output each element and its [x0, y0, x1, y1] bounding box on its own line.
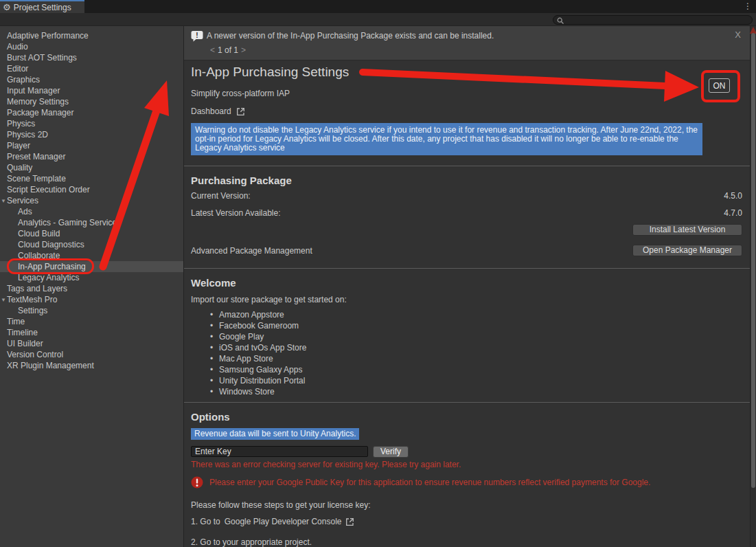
sidebar-item-audio[interactable]: Audio — [0, 41, 183, 52]
sidebar-item-physics-2d[interactable]: Physics 2D — [0, 129, 183, 140]
vertical-scrollbar[interactable] — [750, 26, 756, 547]
bullet-icon: • — [210, 353, 219, 364]
sidebar-item-cloud-build[interactable]: Cloud Build — [0, 228, 183, 239]
page-title: In-App Purchasing Settings — [191, 65, 742, 80]
sidebar-item-in-app-purchasing[interactable]: In-App Purchasing — [0, 261, 183, 272]
sidebar-item-label: Timeline — [7, 328, 38, 337]
sidebar-item-preset-manager[interactable]: Preset Manager — [0, 151, 183, 162]
sidebar-item-label: Time — [7, 317, 25, 326]
sidebar-item-timeline[interactable]: Timeline — [0, 327, 183, 338]
sidebar-item-settings[interactable]: Settings — [0, 305, 183, 316]
sidebar-item-label: Services — [7, 196, 38, 205]
sidebar-item-ui-builder[interactable]: UI Builder — [0, 338, 183, 349]
sidebar-item-label: Physics 2D — [7, 130, 48, 139]
dashboard-label: Dashboard — [191, 107, 231, 116]
sidebar-item-player[interactable]: Player — [0, 140, 183, 151]
sidebar-item-xr-plugin-management[interactable]: XR Plugin Management — [0, 360, 183, 371]
notification-message: A newer version of the In-App Purchasing… — [207, 31, 494, 41]
store-name: Mac App Store — [219, 354, 273, 364]
sidebar-item-label: Memory Settings — [7, 97, 69, 107]
unity-project-settings-window: { "colors": { "annotation_red": "#ea2117… — [0, 0, 756, 547]
store-name: Amazon Appstore — [219, 310, 284, 320]
kebab-menu-icon[interactable]: ⋮ — [744, 1, 752, 12]
notification-pager: <1 of 1> — [207, 45, 249, 55]
pager-prev-icon[interactable]: < — [207, 45, 218, 55]
sidebar-item-label: Graphics — [7, 75, 40, 85]
sidebar-item-label: Analytics - Gaming Services — [18, 218, 121, 227]
legacy-analytics-warning: Warning do not disable the Legacy Analyt… — [191, 123, 702, 155]
latest-version-label: Latest Version Available: — [191, 208, 281, 218]
welcome-intro: Import our store package to get started … — [191, 295, 742, 304]
sidebar-item-scene-template[interactable]: Scene Template — [0, 173, 183, 184]
current-version-label: Current Version: — [191, 191, 251, 201]
settings-content: In-App Purchasing Settings Simplify cros… — [184, 60, 751, 547]
scrollbar-thumb[interactable] — [751, 33, 755, 488]
sidebar-item-editor[interactable]: Editor — [0, 63, 183, 74]
search-input[interactable] — [566, 16, 748, 24]
store-name: Unity Distribution Portal — [219, 376, 305, 386]
step-1-prefix: 1. Go to — [191, 517, 220, 526]
settings-sidebar: Adaptive PerformanceAudioBurst AOT Setti… — [0, 26, 183, 547]
welcome-section: Welcome Import our store package to get … — [184, 268, 751, 402]
sidebar-item-label: Quality — [7, 163, 32, 172]
tab-project-settings[interactable]: ⚙ Project Settings — [0, 0, 84, 13]
sidebar-item-label: Settings — [18, 306, 47, 315]
sidebar-item-collaborate[interactable]: Collaborate — [0, 250, 183, 261]
sidebar-item-label: Audio — [7, 42, 28, 52]
sidebar-item-legacy-analytics[interactable]: Legacy Analytics — [0, 272, 183, 283]
step-2: 2. Go to your appropriate project. — [191, 537, 742, 547]
purchasing-package-header: Purchasing Package — [191, 166, 742, 186]
sidebar-item-label: Version Control — [7, 350, 63, 359]
bullet-icon: • — [210, 364, 219, 375]
store-list-item-unity-distribution-portal: •Unity Distribution Portal — [210, 375, 742, 386]
iap-toggle-on-button[interactable]: ON — [709, 78, 730, 93]
verify-button[interactable]: Verify — [373, 446, 409, 458]
sidebar-item-textmesh-pro[interactable]: ▼TextMesh Pro — [0, 294, 183, 305]
sidebar-item-cloud-diagnostics[interactable]: Cloud Diagnostics — [0, 239, 183, 250]
google-key-input[interactable] — [191, 446, 368, 457]
search-field[interactable] — [553, 15, 753, 25]
sidebar-item-tags-and-layers[interactable]: Tags and Layers — [0, 283, 183, 294]
sidebar-item-input-manager[interactable]: Input Manager — [0, 85, 183, 96]
sidebar-item-memory-settings[interactable]: Memory Settings — [0, 96, 183, 107]
sidebar-item-time[interactable]: Time — [0, 316, 183, 327]
google-play-console-link[interactable]: Google Play Developer Console — [225, 517, 342, 526]
install-latest-version-button[interactable]: Install Latest Version — [632, 224, 742, 236]
sidebar-item-ads[interactable]: Ads — [0, 206, 183, 217]
sidebar-item-label: Ads — [18, 207, 32, 216]
store-list-item-mac-app-store: •Mac App Store — [210, 353, 742, 364]
sidebar-item-script-execution-order[interactable]: Script Execution Order — [0, 184, 183, 195]
sidebar-item-label: In-App Purchasing — [18, 262, 86, 271]
sidebar-item-label: Physics — [7, 119, 35, 129]
sidebar-item-analytics-gaming-services[interactable]: Analytics - Gaming Services — [0, 217, 183, 228]
store-list-item-amazon-appstore: •Amazon Appstore — [210, 309, 742, 320]
welcome-header: Welcome — [191, 269, 742, 289]
sidebar-item-physics[interactable]: Physics — [0, 118, 183, 129]
store-list-item-google-play: •Google Play — [210, 331, 742, 342]
sidebar-item-services[interactable]: ▼Services — [0, 195, 183, 206]
dashboard-link[interactable]: Dashboard — [191, 106, 742, 117]
sidebar-item-burst-aot-settings[interactable]: Burst AOT Settings — [0, 52, 183, 63]
sidebar-item-label: Collaborate — [18, 251, 60, 260]
sidebar-item-package-manager[interactable]: Package Manager — [0, 107, 183, 118]
settings-toolbar — [0, 13, 756, 26]
sidebar-item-quality[interactable]: Quality — [0, 162, 183, 173]
store-list: •Amazon Appstore•Facebook Gameroom•Googl… — [191, 309, 742, 397]
open-package-manager-button[interactable]: Open Package Manager — [632, 245, 742, 256]
purchasing-package-section: Purchasing Package Current Version: 4.5.… — [184, 166, 751, 268]
sidebar-item-label: Package Manager — [7, 108, 73, 118]
main-panel: ! A newer version of the In-App Purchasi… — [183, 26, 750, 547]
disclosure-triangle-icon[interactable]: ▼ — [1, 196, 6, 207]
latest-version-value: 4.7.0 — [724, 208, 742, 218]
notification-close-icon[interactable]: X — [735, 30, 741, 40]
sidebar-item-label: Legacy Analytics — [18, 273, 79, 282]
pager-next-icon[interactable]: > — [238, 45, 249, 55]
sidebar-item-version-control[interactable]: Version Control — [0, 349, 183, 360]
sidebar-item-adaptive-performance[interactable]: Adaptive Performance — [0, 30, 183, 41]
external-link-icon — [236, 107, 245, 116]
current-version-value: 4.5.0 — [724, 191, 742, 201]
page-subtitle: Simplify cross-platform IAP — [191, 89, 742, 98]
bullet-icon: • — [210, 309, 219, 320]
disclosure-triangle-icon[interactable]: ▼ — [1, 295, 6, 306]
sidebar-item-graphics[interactable]: Graphics — [0, 74, 183, 85]
